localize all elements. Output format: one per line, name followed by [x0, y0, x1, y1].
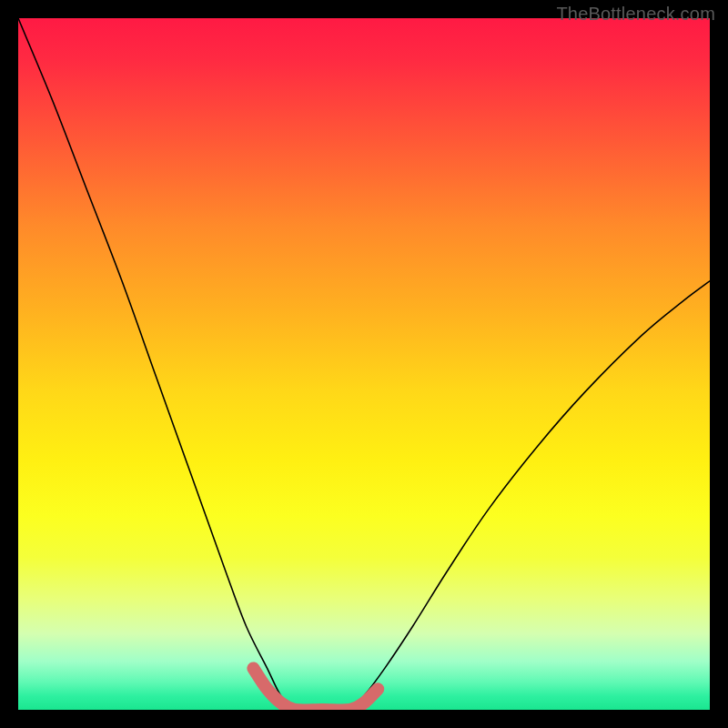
watermark-text: TheBottleneck.com [556, 4, 715, 25]
left-curve [18, 18, 295, 710]
chart-frame: TheBottleneck.com [0, 0, 728, 728]
curves-svg [18, 18, 710, 710]
right-curve [350, 281, 710, 710]
valley-highlight [253, 668, 378, 710]
plot-area [18, 18, 710, 710]
